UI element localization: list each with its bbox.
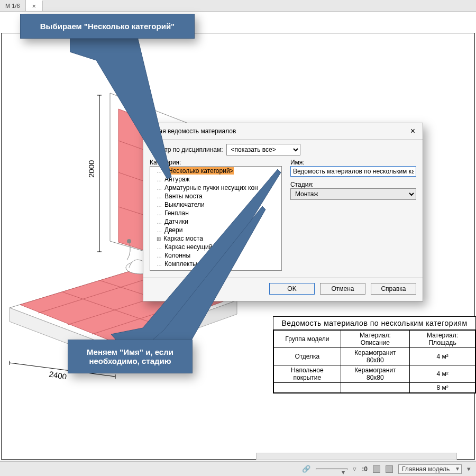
- callout-arrow: [70, 33, 197, 186]
- help-button[interactable]: Справка: [371, 283, 416, 295]
- table-row: Напольное покрытиеКерамогранит 80x804 м²: [274, 365, 475, 383]
- table-total-row: 8 м²: [274, 383, 475, 393]
- document-tab[interactable]: M 1/6: [0, 0, 26, 11]
- toggle-icon-a[interactable]: [373, 465, 380, 473]
- horizontal-scrollbar[interactable]: [256, 453, 457, 460]
- table-row: ОтделкаКерамогранит 80x804 м²: [274, 348, 475, 365]
- status-bar: 🔗 ▿ :0 Главная модель ▾: [0, 461, 476, 476]
- callout-arrow-2: [111, 169, 291, 349]
- model-dropdown[interactable]: Главная модель: [398, 464, 462, 474]
- dimension-horizontal: 2400: [48, 369, 67, 379]
- schedule-header-cell: Материал: Площадь: [410, 331, 475, 348]
- drawing-viewport[interactable]: 2000: [0, 12, 476, 461]
- cancel-button[interactable]: Отмена: [320, 283, 365, 295]
- close-icon[interactable]: ×: [407, 126, 418, 136]
- stage-label: Стадия:: [290, 181, 416, 188]
- link-icon[interactable]: 🔗: [302, 465, 310, 473]
- svg-marker-24: [70, 33, 171, 179]
- scale-dropdown[interactable]: [316, 468, 347, 470]
- material-schedule: Ведомость материалов по нескольким катег…: [273, 316, 476, 393]
- callout-select-category: Выбираем "Несколько категорий": [20, 14, 195, 39]
- document-tab-active[interactable]: ×: [26, 0, 43, 11]
- chevron-down-icon[interactable]: ▾: [467, 465, 471, 473]
- phase-select[interactable]: Монтаж: [290, 188, 416, 200]
- schedule-name-input[interactable]: [290, 166, 416, 177]
- callout-rename: Меняем "Имя" и, если необходимо, стадию: [68, 340, 193, 373]
- discipline-filter-select[interactable]: <показать все>: [226, 144, 300, 155]
- close-icon[interactable]: ×: [31, 2, 38, 10]
- tab-bar: M 1/6 ×: [0, 0, 476, 12]
- schedule-title: Ведомость материалов по нескольким катег…: [273, 317, 475, 330]
- filter-icon[interactable]: ▿: [353, 465, 356, 473]
- schedule-header-cell: Материал: Описание: [341, 331, 409, 348]
- selection-count: :0: [362, 465, 368, 473]
- tab-label: M 1/6: [5, 3, 20, 9]
- toggle-icon-b[interactable]: [386, 465, 393, 473]
- name-label: Имя:: [290, 159, 416, 166]
